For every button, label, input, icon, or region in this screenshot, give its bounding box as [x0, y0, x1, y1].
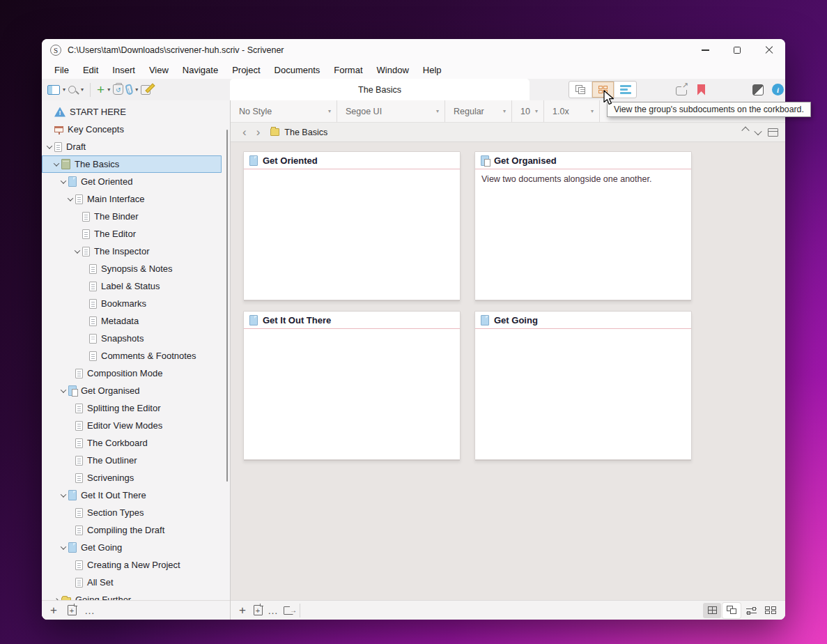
- editor-tab[interactable]: The Basics: [230, 79, 530, 100]
- corkboard-more-options-button[interactable]: [265, 603, 281, 618]
- menu-edit[interactable]: Edit: [76, 63, 105, 77]
- binder-toggle-icon[interactable]: [47, 85, 60, 95]
- binder-item-the-outliner[interactable]: The Outliner: [42, 452, 222, 469]
- binder-item-all-set[interactable]: All Set: [42, 574, 222, 591]
- binder-item-key-concepts[interactable]: Key Concepts: [42, 121, 222, 138]
- next-document-icon[interactable]: [754, 127, 762, 135]
- search-dropdown-icon[interactable]: [81, 86, 84, 93]
- menu-project[interactable]: Project: [225, 63, 267, 77]
- binder-more-options-button[interactable]: [82, 603, 98, 618]
- corkboard-arrange-button[interactable]: [742, 603, 760, 618]
- breadcrumb[interactable]: The Basics: [284, 128, 327, 137]
- binder-item-the-inspector[interactable]: The Inspector: [42, 243, 222, 260]
- export-icon[interactable]: [284, 606, 293, 615]
- card-synopsis[interactable]: [475, 329, 691, 337]
- index-card-get-organised[interactable]: Get OrganisedView two documents alongsid…: [474, 151, 692, 300]
- forward-icon[interactable]: ›: [252, 124, 265, 141]
- chevron-down-icon[interactable]: [52, 162, 61, 167]
- menu-format[interactable]: Format: [327, 63, 369, 77]
- binder-item-compiling-the-draft[interactable]: Compiling the Draft: [42, 521, 222, 539]
- chevron-down-icon[interactable]: [45, 145, 54, 149]
- chevron-down-icon[interactable]: [65, 197, 75, 201]
- close-button[interactable]: [753, 39, 785, 61]
- binder-item-composition-mode[interactable]: Composition Mode: [42, 365, 222, 382]
- chevron-down-icon[interactable]: [59, 546, 68, 550]
- binder-item-editor-view-modes[interactable]: Editor View Modes: [42, 417, 222, 434]
- binder-item-scrivenings[interactable]: Scrivenings: [42, 469, 222, 486]
- binder-item-the-editor[interactable]: The Editor: [42, 225, 222, 243]
- format-weight-dropdown[interactable]: Regular: [445, 100, 512, 122]
- corkboard[interactable]: Get OrientedGet OrganisedView two docume…: [231, 142, 785, 600]
- menu-help[interactable]: Help: [416, 63, 449, 77]
- binder-item-synopsis-notes[interactable]: Synopsis & Notes: [42, 260, 222, 277]
- binder-add-document-icon[interactable]: [68, 605, 77, 615]
- binder-item-get-oriented[interactable]: Get Oriented: [42, 173, 222, 190]
- corkboard-options-button[interactable]: [762, 603, 780, 618]
- format-style-dropdown[interactable]: No Style: [231, 100, 337, 122]
- binder-scrollbar[interactable]: [226, 130, 229, 482]
- binder-item-start-here[interactable]: START HERE: [42, 103, 222, 121]
- compose-mode-button[interactable]: [752, 79, 764, 100]
- binder-toggle-dropdown-icon[interactable]: [63, 86, 65, 93]
- binder-add-button[interactable]: [46, 603, 61, 618]
- paperclip-icon[interactable]: [125, 84, 133, 95]
- outline-view-button[interactable]: [614, 82, 636, 98]
- binder-item-get-it-out-there[interactable]: Get It Out There: [42, 486, 222, 504]
- bookmark-button[interactable]: [697, 79, 705, 100]
- binder-item-the-binder[interactable]: The Binder: [42, 208, 222, 225]
- corkboard-add-button[interactable]: [235, 603, 250, 618]
- card-synopsis[interactable]: [244, 169, 460, 178]
- minimize-button[interactable]: [689, 39, 721, 61]
- binder-item-snapshots[interactable]: Snapshots: [42, 330, 222, 347]
- compose-icon[interactable]: [141, 85, 150, 95]
- menu-view[interactable]: View: [142, 63, 176, 77]
- index-card-get-going[interactable]: Get Going: [474, 311, 692, 460]
- trash-icon[interactable]: [113, 84, 123, 95]
- menu-navigate[interactable]: Navigate: [176, 63, 225, 77]
- maximize-button[interactable]: [721, 39, 753, 61]
- binder-item-creating-a-new-project[interactable]: Creating a New Project: [42, 556, 222, 574]
- format-font-dropdown[interactable]: Segoe UI: [337, 100, 445, 122]
- index-card-get-it-out-there[interactable]: Get It Out There: [243, 311, 461, 460]
- menu-documents[interactable]: Documents: [268, 63, 327, 77]
- title-bar[interactable]: S C:\Users\tam\Downloads\scrivener-huh.s…: [42, 39, 785, 61]
- chevron-down-icon[interactable]: [59, 389, 68, 393]
- binder-item-going-further[interactable]: Going Further: [42, 591, 222, 600]
- inspector-button[interactable]: [772, 79, 784, 100]
- binder-item-splitting-the-editor[interactable]: Splitting the Editor: [42, 399, 222, 417]
- card-synopsis[interactable]: [244, 329, 460, 337]
- chevron-down-icon[interactable]: [59, 180, 68, 184]
- format-zoom-dropdown[interactable]: 1.0x: [544, 100, 600, 122]
- menu-insert[interactable]: Insert: [105, 63, 142, 77]
- binder-item-label-status[interactable]: Label & Status: [42, 277, 222, 295]
- menu-file[interactable]: File: [47, 63, 76, 77]
- binder-item-get-going[interactable]: Get Going: [42, 539, 222, 556]
- document-view-button[interactable]: [569, 82, 592, 98]
- menu-window[interactable]: Window: [370, 63, 416, 77]
- card-synopsis[interactable]: View two documents alongside one another…: [475, 169, 691, 190]
- binder-item-draft[interactable]: Draft: [42, 138, 222, 155]
- paperclip-dropdown-icon[interactable]: [135, 86, 138, 93]
- previous-document-icon[interactable]: [741, 126, 749, 134]
- binder-item-section-types[interactable]: Section Types: [42, 504, 222, 521]
- binder-item-bookmarks[interactable]: Bookmarks: [42, 295, 222, 312]
- binder-item-the-corkboard[interactable]: The Corkboard: [42, 434, 222, 452]
- search-icon[interactable]: [68, 86, 76, 93]
- chevron-down-icon[interactable]: [72, 250, 82, 254]
- back-icon[interactable]: ‹: [238, 124, 252, 141]
- add-icon[interactable]: [97, 85, 105, 95]
- corkboard-grid-button[interactable]: [703, 603, 721, 618]
- binder-item-comments-footnotes[interactable]: Comments & Footnotes: [42, 347, 222, 365]
- binder-item-metadata[interactable]: Metadata: [42, 312, 222, 330]
- chevron-down-icon[interactable]: [59, 493, 68, 498]
- corkboard-freeform-button[interactable]: [722, 603, 741, 618]
- binder-item-the-basics[interactable]: The Basics: [42, 155, 222, 173]
- share-button[interactable]: [676, 79, 687, 100]
- add-dropdown-icon[interactable]: [107, 86, 110, 93]
- format-size-dropdown[interactable]: 10: [512, 100, 544, 122]
- split-editor-icon[interactable]: [768, 128, 778, 137]
- binder-item-main-interface[interactable]: Main Interface: [42, 190, 222, 208]
- corkboard-add-document-icon[interactable]: [254, 605, 263, 615]
- index-card-get-oriented[interactable]: Get Oriented: [243, 151, 461, 300]
- binder-item-get-organised[interactable]: Get Organised: [42, 382, 222, 399]
